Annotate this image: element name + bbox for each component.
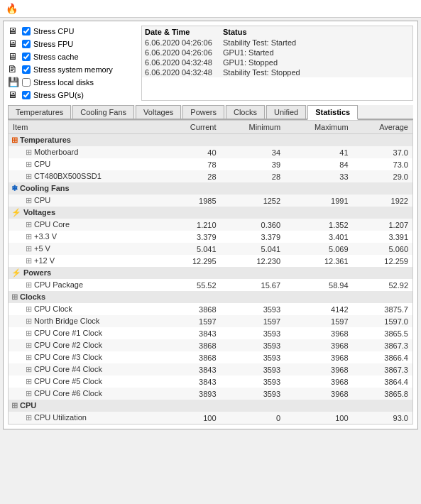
row-name-text: CPU Core #5 Clock: [34, 377, 102, 385]
row-current: 1985: [165, 195, 221, 207]
row-name-text: CT480BX500SSD1: [34, 172, 102, 180]
row-minimum: 28: [221, 170, 285, 182]
table-row: ⊞+5 V5.0415.0415.0695.060: [9, 243, 412, 255]
label-stress-mem: Stress system memory: [33, 65, 113, 74]
table-row: ⊞CPU Clock3868359341423875.7: [9, 303, 412, 315]
cache-stress-icon: 🖥: [8, 51, 19, 62]
checkbox-stress-cpu[interactable]: [22, 27, 31, 35]
row-item-name: ⊞CPU Utilization: [9, 412, 165, 424]
tab-voltages[interactable]: Voltages: [136, 105, 181, 119]
row-icon: ⊞: [26, 377, 32, 385]
stats-table-container[interactable]: ItemCurrentMinimumMaximumAverage ⊞ Tempe…: [8, 120, 413, 424]
tab-cooling-fans[interactable]: Cooling Fans: [72, 105, 134, 119]
tab-statistics[interactable]: Statistics: [307, 105, 358, 120]
table-row: ⊞CPU78398473.0: [9, 158, 412, 170]
fpu-stress-icon: 🖥: [8, 38, 19, 50]
row-icon: ⊞: [26, 341, 32, 349]
row-average: 1922: [353, 195, 412, 207]
row-minimum: 15.67: [221, 279, 285, 291]
row-minimum: 3.379: [221, 231, 285, 243]
mem-stress-icon: 🖹: [8, 64, 19, 75]
row-average: 29.0: [353, 170, 412, 182]
log-row: 6.06.2020 04:32:48Stability Test: Stoppe…: [142, 67, 412, 77]
log-header-datetime: Date & Time: [142, 26, 220, 38]
tab-unified[interactable]: Unified: [266, 105, 306, 119]
tab-powers[interactable]: Powers: [182, 105, 224, 119]
row-average: 73.0: [353, 158, 412, 170]
temperatures-section-icon: ⊞: [11, 136, 18, 145]
row-average: 1.207: [353, 219, 412, 231]
row-average: 5.060: [353, 243, 412, 255]
row-icon: ⊞: [26, 256, 32, 265]
main-content: 🖥Stress CPU🖥Stress FPU🖥Stress cache🖹Stre…: [3, 21, 418, 429]
stress-item-stress-cache: 🖥Stress cache: [8, 51, 136, 62]
checkbox-stress-gpu[interactable]: [22, 91, 31, 99]
row-name-text: CPU Core #4 Clock: [34, 365, 102, 373]
row-icon: ⊞: [26, 365, 32, 373]
table-row: ⊞CPU Core #1 Clock3843359339683865.5: [9, 327, 412, 339]
checkbox-stress-cache[interactable]: [22, 53, 31, 61]
tab-clocks[interactable]: Clocks: [226, 105, 265, 119]
row-item-name: ⊞CPU Clock: [9, 303, 165, 315]
section-label: Temperatures: [20, 136, 71, 144]
row-current: 3868: [165, 339, 221, 351]
log-row: 6.06.2020 04:32:48GPU1: Stopped: [142, 57, 412, 67]
tab-temperatures[interactable]: Temperatures: [8, 105, 71, 119]
row-maximum: 3968: [285, 363, 352, 376]
row-icon: ⊞: [26, 353, 32, 361]
row-name-text: +12 V: [34, 256, 55, 265]
row-name-text: CPU Package: [34, 280, 83, 289]
row-minimum: 5.041: [221, 243, 285, 255]
log-row: 6.06.2020 04:26:06GPU1: Started: [142, 48, 412, 57]
row-item-name: ⊞North Bridge Clock: [9, 315, 165, 327]
table-row: ⊞CT480BX500SSD128283329.0: [9, 170, 412, 182]
clocks-section-icon: ⊞: [11, 292, 18, 302]
row-average: 3867.3: [353, 339, 412, 351]
section-label: CPU: [20, 401, 36, 410]
checkbox-stress-fpu[interactable]: [22, 40, 31, 48]
powers-section-icon: ⚡: [11, 268, 21, 278]
row-item-name: ⊞CPU Package: [9, 279, 165, 291]
row-item-name: ⊞CPU Core #5 Clock: [9, 376, 165, 388]
section-powers: ⚡ Powers: [9, 267, 412, 279]
row-current: 12.295: [165, 255, 221, 267]
row-maximum: 3968: [285, 351, 352, 363]
table-row: ⊞CPU Core1.2100.3601.3521.207: [9, 219, 412, 231]
row-name-text: CPU Clock: [34, 305, 72, 313]
row-minimum: 39: [221, 158, 285, 170]
checkbox-stress-mem[interactable]: [22, 65, 31, 74]
row-average: 3865.8: [353, 388, 412, 400]
row-item-name: ⊞CPU: [9, 195, 165, 207]
row-current: 3868: [165, 351, 221, 363]
row-icon: ⊞: [26, 329, 32, 337]
row-name-text: +5 V: [34, 244, 50, 253]
stress-panel: 🖥Stress CPU🖥Stress FPU🖥Stress cache🖹Stre…: [8, 26, 413, 101]
section-voltages: ⚡ Voltages: [9, 207, 412, 219]
stress-options: 🖥Stress CPU🖥Stress FPU🖥Stress cache🖹Stre…: [8, 26, 136, 101]
section-cooling-fans: ❄ Cooling Fans: [9, 182, 412, 195]
row-maximum: 3968: [285, 388, 352, 400]
disk-stress-icon: 💾: [8, 77, 19, 88]
log-date: 6.06.2020 04:26:06: [142, 38, 220, 48]
row-current: 40: [165, 146, 221, 158]
voltages-section-icon: ⚡: [11, 208, 21, 217]
row-icon: ⊞: [26, 148, 32, 156]
cpu-section-icon: ⊞: [11, 401, 18, 410]
row-minimum: 12.230: [221, 255, 285, 267]
col-header-average: Average: [353, 121, 412, 134]
row-minimum: 34: [221, 146, 285, 158]
checkbox-stress-disk[interactable]: [22, 78, 31, 87]
row-item-name: ⊞+5 V: [9, 243, 165, 255]
row-current: 3868: [165, 303, 221, 315]
log-date: 6.06.2020 04:26:06: [142, 48, 220, 57]
log-status: GPU1: Started: [220, 48, 412, 57]
row-minimum: 0: [221, 412, 285, 424]
row-name-text: CPU: [34, 160, 50, 168]
row-minimum: 3593: [221, 339, 285, 351]
section-label: Voltages: [23, 208, 55, 217]
row-item-name: ⊞CPU Core #1 Clock: [9, 327, 165, 339]
row-average: 93.0: [353, 412, 412, 424]
row-current: 3843: [165, 363, 221, 376]
row-maximum: 58.94: [285, 279, 352, 291]
row-name-text: CPU: [34, 196, 50, 204]
